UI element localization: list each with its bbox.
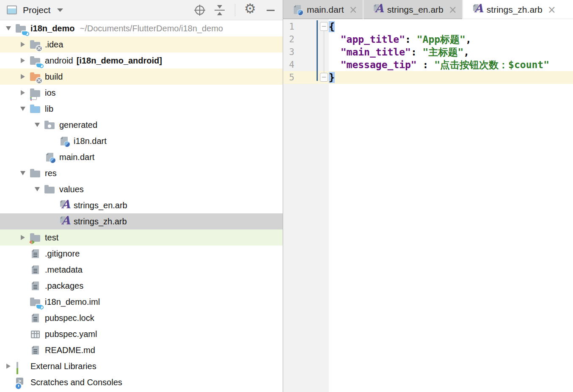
tab-close-icon[interactable]: × — [349, 5, 358, 15]
tab-close-icon[interactable]: × — [548, 5, 556, 15]
code-text: { — [329, 20, 335, 33]
tree-row-strings-zh-arb[interactable]: Astrings_zh.arb — [0, 213, 283, 229]
code-line-2[interactable]: 2 "app_title": "App标题", — [283, 33, 573, 46]
chevron-down-icon[interactable] — [57, 8, 63, 12]
tree-row-i18n-demo-iml[interactable]: i18n_demo.iml — [0, 294, 283, 310]
code-editor[interactable]: 1{2 "app_title": "App标题",3 "main_title":… — [283, 19, 573, 392]
hide-panel-icon[interactable] — [266, 5, 276, 15]
tree-row-readme-md[interactable]: README.md — [0, 342, 283, 358]
ide-window: Project i18n_demo~/Documents/FlutterDemo… — [0, 0, 573, 392]
line-number: 3 — [283, 46, 329, 58]
external-libraries-icon — [15, 361, 27, 372]
locate-target-icon[interactable] — [195, 6, 204, 15]
project-toolbar: Project — [0, 0, 283, 20]
tree-row-main-dart[interactable]: main.dart — [0, 149, 283, 165]
code-text: } — [329, 71, 335, 84]
tree-item-label: res — [45, 168, 57, 178]
toolbar-separator — [235, 4, 235, 17]
text-file-icon — [30, 248, 41, 259]
collapse-all-icon[interactable] — [215, 5, 225, 15]
tab-close-icon[interactable]: × — [449, 5, 457, 15]
tree-row-generated[interactable]: generated — [0, 117, 283, 133]
settings-gear-icon[interactable] — [245, 5, 256, 15]
expand-arrow[interactable] — [16, 74, 30, 79]
tab-label: main.dart — [307, 5, 344, 15]
excluded-build-folder-icon — [30, 71, 41, 83]
expand-arrow[interactable] — [16, 235, 30, 240]
tree-item-label: pubspec.lock — [45, 313, 94, 323]
tree-row-gitignore[interactable]: .gitignore — [0, 246, 283, 262]
tree-item-label: generated — [59, 120, 97, 130]
tree-row-i18n-demo[interactable]: i18n_demo~/Documents/FlutterDemo/i18n_de… — [0, 20, 283, 36]
tree-row-lib[interactable]: lib — [0, 101, 283, 117]
tree-item-label: test — [45, 233, 58, 243]
text-file-icon — [30, 264, 41, 276]
tree-row-test[interactable]: test — [0, 229, 283, 246]
editor-tab-main-dart[interactable]: main.dart× — [283, 0, 364, 19]
code-line-4[interactable]: 4 "message_tip" : "点击按钮次数：$count" — [283, 58, 573, 71]
expand-arrow[interactable] — [16, 90, 30, 95]
tree-item-label: values — [59, 185, 84, 194]
tree-item-label: pubspec.yaml — [45, 329, 97, 339]
tree-item-label: Scratches and Consoles — [30, 378, 122, 387]
code-text: "app_title": "App标题", — [329, 33, 471, 46]
tree-row-build[interactable]: build — [0, 69, 283, 85]
expand-arrow[interactable] — [2, 26, 15, 30]
expand-arrow[interactable] — [30, 123, 44, 127]
tree-item-label: .packages — [45, 281, 83, 291]
tree-item-label: .idea — [45, 40, 63, 50]
text-file-icon — [30, 280, 41, 292]
tree-item-qualifier: [i18n_demo_android] — [77, 56, 162, 66]
tree-row-res[interactable]: res — [0, 165, 283, 181]
project-tool-window: Project i18n_demo~/Documents/FlutterDemo… — [0, 0, 283, 392]
tree-item-label: External Libraries — [30, 362, 96, 371]
expand-arrow[interactable] — [2, 364, 15, 369]
generated-folder-icon — [44, 119, 56, 131]
expand-arrow[interactable] — [16, 42, 30, 47]
flutter-module-folder-icon — [30, 296, 41, 308]
tree-row-scratches-and-consoles[interactable]: >Scratches and Consoles — [0, 374, 283, 390]
tree-row-values[interactable]: values — [0, 181, 283, 197]
source-root-folder-icon — [30, 103, 41, 115]
project-view-selector[interactable]: Project — [23, 5, 50, 15]
dart-file-icon — [292, 4, 303, 15]
scratches-icon: > — [15, 377, 27, 388]
tree-row-android[interactable]: android[i18n_demo_android] — [0, 52, 283, 69]
expand-arrow[interactable] — [16, 107, 30, 111]
arb-file-icon: A — [58, 216, 70, 227]
tree-item-label: ios — [45, 88, 56, 98]
tree-row-i18n-dart[interactable]: i18n.dart — [0, 133, 283, 149]
fold-end-icon[interactable]: − — [320, 73, 328, 82]
tree-row-strings-en-arb[interactable]: Astrings_en.arb — [0, 197, 283, 213]
tree-row-pubspec-yaml[interactable]: pubspec.yaml — [0, 326, 283, 342]
tree-row-idea[interactable]: .idea — [0, 36, 283, 52]
line-number: 2 — [283, 33, 329, 46]
arb-file-icon: A — [372, 4, 384, 15]
dart-file-icon — [58, 135, 70, 147]
tree-item-label: i18n.dart — [74, 136, 107, 146]
flutter-module-folder-icon — [30, 55, 41, 66]
tree-item-label: strings_en.arb — [74, 201, 127, 210]
editor-tab-strings-zh-arb[interactable]: Astrings_zh.arb× — [463, 0, 561, 19]
tool-window-icon — [7, 6, 17, 14]
tree-item-path: ~/Documents/FlutterDemo/i18n_demo — [80, 24, 223, 33]
test-folder-icon — [30, 232, 41, 243]
arb-file-icon: A — [58, 200, 70, 211]
tree-row-packages[interactable]: .packages — [0, 278, 283, 294]
code-text: "main_title": "主标题", — [329, 46, 469, 58]
fold-start-icon[interactable]: − — [320, 22, 328, 31]
expand-arrow[interactable] — [16, 171, 30, 175]
folder-icon — [44, 184, 56, 195]
tree-row-ios[interactable]: ios — [0, 85, 283, 101]
code-line-3[interactable]: 3 "main_title": "主标题", — [283, 46, 573, 58]
tab-label: strings_zh.arb — [487, 5, 543, 15]
tree-item-label: strings_zh.arb — [74, 217, 127, 226]
tree-row-pubspec-lock[interactable]: pubspec.lock — [0, 310, 283, 326]
tree-row-metadata[interactable]: .metadata — [0, 262, 283, 278]
expand-arrow[interactable] — [16, 58, 30, 63]
text-file-icon — [30, 312, 41, 324]
expand-arrow[interactable] — [30, 187, 44, 191]
tree-item-label: .metadata — [45, 265, 83, 275]
tree-row-external-libraries[interactable]: External Libraries — [0, 358, 283, 374]
editor-tab-strings-en-arb[interactable]: Astrings_en.arb× — [364, 0, 463, 19]
